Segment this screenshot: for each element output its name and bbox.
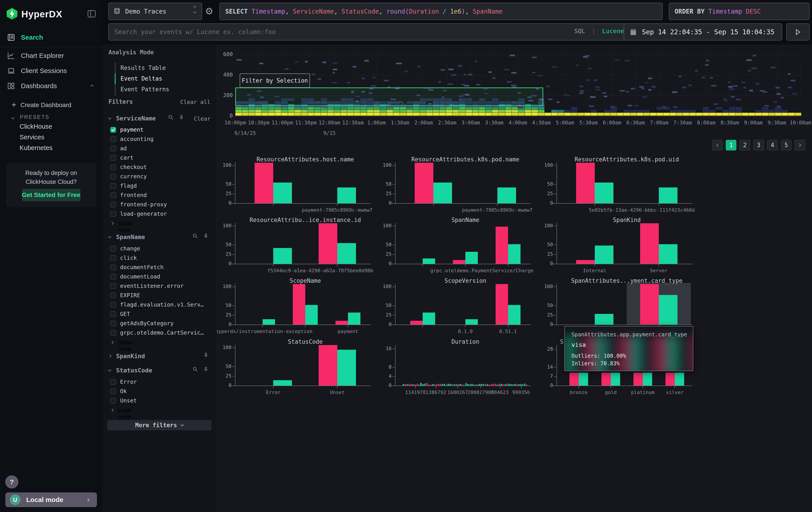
filter-checkbox[interactable]	[110, 330, 116, 336]
inlier-bar[interactable]	[659, 187, 677, 203]
filter-checkbox[interactable]	[110, 311, 116, 317]
filter-group-header-statuscode[interactable]: StatusCode	[109, 367, 210, 375]
run-query-button[interactable]	[786, 23, 810, 41]
filter-item-getadsbycategory[interactable]: getAdsByCategory	[110, 320, 210, 328]
pin-icon[interactable]	[203, 367, 209, 373]
outlier-bar[interactable]	[602, 373, 611, 385]
inlier-bar[interactable]	[497, 187, 516, 203]
inlier-bar[interactable]	[659, 295, 677, 325]
filter-checkbox[interactable]	[110, 183, 116, 189]
filter-checkbox[interactable]	[110, 211, 116, 217]
next-page-button[interactable]	[795, 140, 805, 151]
filter-checkbox[interactable]	[110, 192, 116, 198]
source-select[interactable]: Demo Traces	[108, 3, 202, 20]
outlier-bar[interactable]	[319, 223, 337, 264]
filter-item-unset[interactable]: Unset	[110, 397, 210, 405]
filter-checkbox[interactable]	[110, 293, 116, 298]
pin-icon[interactable]	[203, 352, 209, 359]
inlier-bar[interactable]	[595, 183, 613, 203]
inlier-bar[interactable]	[263, 319, 275, 325]
inlier-bar[interactable]	[337, 350, 356, 385]
inlier-bar[interactable]	[579, 373, 588, 385]
sidebar-item-kubernetes[interactable]: Kubernetes	[20, 144, 53, 152]
filter-checkbox[interactable]	[110, 398, 116, 404]
outlier-bar[interactable]	[576, 260, 595, 264]
filter-checkbox[interactable]	[110, 136, 116, 142]
lucene-toggle[interactable]: Lucene	[602, 28, 624, 34]
filter-item-change[interactable]: change	[110, 245, 210, 253]
outlier-bar[interactable]	[496, 226, 508, 264]
inlier-bar[interactable]	[273, 183, 292, 203]
inlier-bar[interactable]	[433, 183, 452, 203]
create-dashboard-button[interactable]: Create Dashboard	[21, 102, 71, 109]
filter-item-payment[interactable]: payment	[110, 127, 210, 134]
inlier-bar[interactable]	[423, 313, 435, 325]
filter-checkbox[interactable]	[110, 379, 116, 385]
inlier-bar[interactable]	[465, 319, 478, 325]
sidebar-item-search[interactable]: Search	[0, 31, 102, 44]
outlier-bar[interactable]	[336, 321, 348, 325]
search-icon[interactable]	[192, 233, 198, 240]
filter-item-flagd-evaluation-v1-serv-[interactable]: flagd.evaluation.v1.Serv…	[110, 301, 210, 309]
filter-item-accounting[interactable]: accounting	[110, 136, 210, 144]
search-icon[interactable]	[192, 367, 198, 373]
inlier-bar[interactable]	[611, 373, 620, 385]
filter-item-error[interactable]: Error	[110, 379, 210, 387]
filter-checkbox[interactable]	[110, 127, 116, 133]
help-button[interactable]: ?	[5, 476, 18, 488]
inlier-bar[interactable]	[337, 243, 356, 264]
outlier-bar[interactable]	[640, 284, 659, 325]
outlier-bar[interactable]	[415, 163, 433, 203]
filter-item-cart[interactable]: cart	[110, 155, 210, 162]
search-icon[interactable]	[168, 114, 174, 121]
sidebar-collapse-icon[interactable]	[87, 10, 96, 19]
page-button-3[interactable]: 3	[753, 140, 764, 151]
sidebar-item-clickhouse[interactable]: ClickHouse	[20, 123, 52, 130]
outlier-bar[interactable]	[634, 373, 643, 385]
inlier-bar[interactable]	[305, 305, 318, 325]
filter-item-get[interactable]: GET	[110, 311, 210, 319]
page-button-1[interactable]: 1	[726, 140, 736, 151]
outlier-bar[interactable]	[319, 345, 337, 385]
sidebar-item-chart-explorer[interactable]: Chart Explorer	[0, 49, 102, 62]
filter-item-flagd[interactable]: flagd	[110, 183, 210, 191]
presets-toggle[interactable]: PRESETS	[11, 114, 49, 120]
pin-icon[interactable]	[178, 114, 184, 121]
inlier-bar[interactable]	[465, 252, 478, 264]
filter-checkbox[interactable]	[110, 321, 116, 326]
filter-item-click[interactable]: click	[110, 255, 210, 263]
filter-item-frontend-proxy[interactable]: frontend-proxy	[110, 201, 210, 209]
gear-icon[interactable]: ⚙	[205, 6, 213, 17]
filter-group-header-spanname[interactable]: SpanName	[109, 234, 210, 242]
filter-item-checkout[interactable]: checkout	[110, 164, 210, 172]
filter-checkbox[interactable]	[110, 283, 116, 289]
inlier-bar[interactable]	[273, 248, 292, 264]
filter-checkbox[interactable]	[110, 173, 116, 180]
clear-all-button[interactable]: Clear all	[180, 99, 210, 105]
search-input[interactable]	[108, 23, 632, 41]
outlier-bar[interactable]	[453, 260, 465, 264]
analysis-mode-option-results-table[interactable]: Results Table	[120, 64, 166, 71]
local-mode-menu[interactable]: U Local mode	[5, 492, 97, 507]
more-filters-button[interactable]: More filters	[107, 420, 211, 430]
prev-page-button[interactable]	[712, 140, 723, 151]
filter-item-documentfetch[interactable]: documentFetch	[110, 264, 210, 272]
page-button-2[interactable]: 2	[740, 140, 750, 151]
filter-checkbox[interactable]	[110, 202, 116, 208]
inlier-bar[interactable]	[273, 380, 292, 385]
outlier-bar[interactable]	[255, 163, 273, 203]
order-by-input[interactable]: ORDER BY Timestamp DESC	[669, 3, 810, 20]
outlier-bar[interactable]	[293, 284, 305, 325]
outlier-bar[interactable]	[496, 284, 508, 325]
inlier-bar[interactable]	[675, 373, 684, 385]
filter-checkbox[interactable]	[110, 155, 116, 161]
inlier-bar[interactable]	[348, 313, 360, 325]
language-toggle[interactable]: SQL | Lucene	[574, 28, 624, 34]
filter-checkbox[interactable]	[110, 302, 116, 308]
get-started-button[interactable]: Get Started for Free	[22, 189, 81, 201]
filter-item-ad[interactable]: ad	[110, 145, 210, 153]
date-range-picker[interactable]: Sep 14 22:04:35 - Sep 15 10:04:35	[624, 23, 782, 41]
inlier-bar[interactable]	[508, 305, 521, 325]
filter-item-ok[interactable]: Ok	[110, 388, 210, 396]
filter-group-header-spankind[interactable]: SpanKind	[109, 353, 210, 360]
